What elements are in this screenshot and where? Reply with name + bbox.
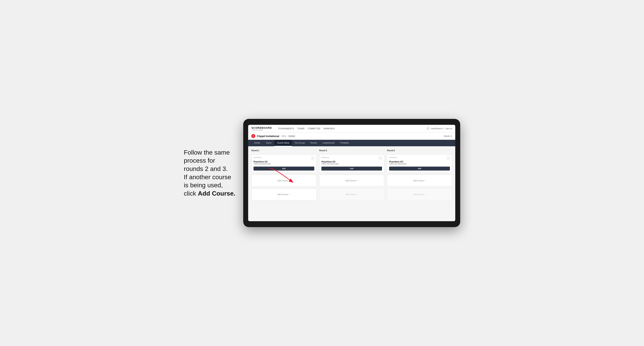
add-course-text-r2-2: Add Course +	[346, 193, 358, 196]
course-card-header-r2: (Course A) ↑	[322, 157, 382, 160]
course-actions-r1: ↑	[311, 157, 314, 160]
course-action-icon-r1[interactable]: ↑	[311, 157, 314, 160]
tablet-container: SCOREBOARD Powered by clippd TOURNAMENTS…	[243, 119, 460, 227]
course-action-icon-r3[interactable]: ↑	[447, 157, 450, 160]
course-label-r2: (Course A)	[322, 157, 329, 158]
edit-button-r1[interactable]: Edit	[254, 167, 314, 171]
course-name-r3: Peachtree GC	[389, 161, 450, 163]
nav-link-committee[interactable]: COMMITTEE	[308, 128, 320, 130]
round-2-column: Round 2 (Course A) ↑ Peachtree GC Yellow…	[319, 150, 384, 200]
main-content: Round 1 (Course A) ↑ Peachtree GC Yellow…	[248, 146, 455, 221]
round-2-course-card: (Course A) ↑ Peachtree GC Yellow (M) (66…	[319, 154, 384, 173]
add-course-card-r2-2: Add Course +	[319, 188, 384, 200]
user-email: blair@clippd.io	[431, 128, 443, 130]
instruction-text: Follow the same process for rounds 2 and…	[184, 149, 235, 198]
sign-out-link[interactable]: Sign out	[446, 128, 452, 130]
scoreboard-logo: SCOREBOARD Powered by clippd	[251, 126, 272, 131]
add-course-card-r1-2[interactable]: Add Course +	[251, 188, 316, 200]
add-course-card-r3-2: Add Course +	[387, 188, 452, 200]
course-actions-r3: ↑	[447, 157, 450, 160]
clippd-logo: C	[251, 134, 255, 138]
tabs-bar: Details Teams Course Setup Tee Groups Re…	[248, 140, 455, 146]
tab-teams[interactable]: Teams	[263, 140, 274, 146]
edit-button-r3[interactable]: Edit	[389, 167, 450, 171]
add-course-text-r1-2: Add Course +	[278, 193, 290, 196]
course-label-r3: (Course A)	[389, 157, 397, 158]
top-nav-links: TOURNAMENTS TEAMS COMMITTEE RANKINGS	[278, 128, 422, 130]
tablet-screen: SCOREBOARD Powered by clippd TOURNAMENTS…	[248, 125, 455, 221]
instruction-panel: Follow the same process for rounds 2 and…	[184, 149, 235, 198]
round-1-title: Round 1	[251, 150, 316, 152]
rounds-grid: Round 1 (Course A) ↑ Peachtree GC Yellow…	[251, 150, 452, 200]
tournament-name: Clippd Invitational	[257, 135, 279, 138]
nav-link-teams[interactable]: TEAMS	[297, 128, 305, 130]
add-course-text-r2-1: Add Course +	[346, 179, 358, 182]
course-label-r1: (Course A)	[254, 157, 261, 158]
course-actions-r2: ↑	[379, 157, 382, 160]
course-card-header-r3: (Course A) ↑	[389, 157, 450, 160]
add-course-card-r3-1[interactable]: Add Course +	[387, 175, 452, 186]
tab-tee-groups[interactable]: Tee Groups	[292, 140, 308, 146]
pipe-separator: |	[444, 128, 444, 130]
course-info-r3: Yellow (M) (6629 yds)	[389, 163, 450, 165]
tab-printables[interactable]: Printables	[338, 140, 352, 146]
user-avatar	[426, 127, 430, 130]
tab-results[interactable]: Results	[308, 140, 320, 146]
course-name-r2: Peachtree GC	[322, 161, 382, 163]
course-info-r2: Yellow (M) (6629 yds)	[322, 163, 382, 165]
top-nav-right: blair@clippd.io | Sign out	[426, 127, 452, 130]
add-course-text-r1-1: Add Course +	[278, 179, 290, 182]
add-course-text-r3-2: Add Course +	[413, 193, 426, 196]
nav-link-tournaments[interactable]: TOURNAMENTS	[278, 128, 294, 130]
round-1-course-card: (Course A) ↑ Peachtree GC Yellow (M) (66…	[251, 154, 316, 173]
nav-link-rankings[interactable]: RANKINGS	[324, 128, 335, 130]
page-wrapper: Follow the same process for rounds 2 and…	[184, 119, 460, 227]
logo-main: SCOREBOARD	[251, 126, 272, 129]
course-card-header: (Course A) ↑	[254, 157, 314, 160]
edit-button-r2[interactable]: Edit	[322, 167, 382, 171]
add-course-text-r3-1: Add Course +	[413, 179, 426, 182]
logo-sub: Powered by clippd	[251, 129, 272, 131]
top-nav: SCOREBOARD Powered by clippd TOURNAMENTS…	[248, 125, 455, 133]
add-course-card-r2-1[interactable]: Add Course +	[319, 175, 384, 186]
course-action-icon-r2[interactable]: ↑	[379, 157, 382, 160]
course-name-r1: Peachtree GC	[254, 161, 314, 163]
round-3-title: Round 3	[387, 150, 452, 152]
add-course-card-r1-1[interactable]: Add Course +	[251, 175, 316, 186]
tab-leaderboards[interactable]: Leaderboards	[320, 140, 338, 146]
tab-course-setup[interactable]: Course Setup	[274, 140, 292, 146]
round-2-title: Round 2	[319, 150, 384, 152]
cancel-button[interactable]: Cancel ✕	[444, 135, 452, 137]
round-1-column: Round 1 (Course A) ↑ Peachtree GC Yellow…	[251, 150, 316, 200]
round-3-course-card: (Course A) ↑ Peachtree GC Yellow (M) (66…	[387, 154, 452, 173]
hosting-badge: Hosting	[288, 135, 296, 137]
tab-details[interactable]: Details	[251, 140, 263, 146]
round-3-column: Round 3 (Course A) ↑ Peachtree GC Yellow…	[387, 150, 452, 200]
course-info-r1: Yellow (M) (6629 yds)	[254, 163, 314, 165]
sub-header-left: C Clippd Invitational (Men) Hosting	[251, 134, 295, 138]
sub-header: C Clippd Invitational (Men) Hosting Canc…	[248, 133, 455, 140]
tournament-badge: (Men)	[282, 135, 286, 137]
